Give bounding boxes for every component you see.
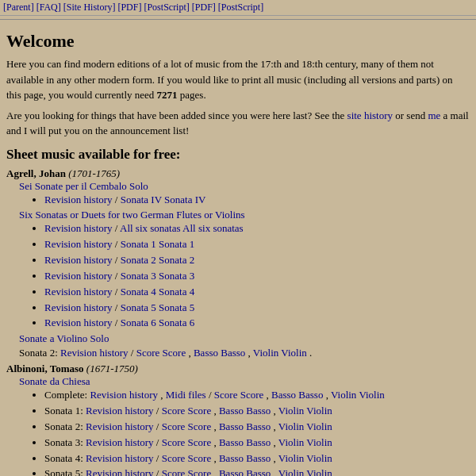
score-link2[interactable]: Score — [163, 347, 186, 359]
agrell-sei-sonate-link[interactable]: Sei Sonate per il Cembalo Solo — [19, 180, 148, 192]
violin-link1[interactable]: Violin — [253, 347, 278, 359]
revision-history-link[interactable]: Revision history — [44, 238, 113, 250]
sonata5-link1[interactable]: Sonata 5 — [121, 301, 156, 313]
midi-link[interactable]: Midi files — [166, 389, 206, 401]
violin-link1[interactable]: Violin — [331, 389, 356, 401]
main-content: Welcome Here you can find modern edition… — [0, 23, 476, 476]
agrell-work-2: Six Sonatas or Duets for two German Flut… — [19, 209, 470, 331]
list-item: Sonata 1: Revision history / Score Score… — [44, 404, 470, 419]
sonata6-link1[interactable]: Sonata 6 — [121, 317, 156, 328]
sonata2-link2[interactable]: Sonata 2 — [159, 254, 194, 266]
sonata4-link1[interactable]: Sonata 4 — [121, 286, 156, 298]
revision-history-link[interactable]: Revision history — [60, 347, 129, 359]
basso-link1[interactable]: Basso — [271, 389, 296, 401]
albinoni-sonate-chiesa-list: Complete: Revision history , Midi files … — [44, 388, 470, 476]
revision-history-link[interactable]: Revision history — [44, 317, 113, 328]
score-link1[interactable]: Score — [214, 389, 238, 401]
revision-history-link[interactable]: Revision history — [44, 301, 113, 313]
nav-faq[interactable]: [FAQ] — [36, 2, 61, 13]
nav-postscript1[interactable]: [PostScript] — [144, 2, 189, 13]
revision-history-link[interactable]: Revision history — [86, 436, 154, 448]
score-link2[interactable]: Score — [188, 452, 212, 464]
site-history-link[interactable]: site history — [347, 109, 393, 121]
basso-link2[interactable]: Basso — [246, 420, 271, 432]
agrell-six-sonatas-link[interactable]: Six Sonatas or Duets for two German Flut… — [19, 209, 245, 221]
sonata-iv-link2[interactable]: Sonata IV — [164, 194, 205, 205]
revision-history-link[interactable]: Revision history — [86, 420, 154, 432]
sonata3-link2[interactable]: Sonata 3 — [159, 270, 194, 282]
nav-pdf2[interactable]: [PDF] — [192, 2, 216, 13]
sonata1-link2[interactable]: Sonata 1 — [159, 238, 194, 250]
violin-link2[interactable]: Violin — [359, 389, 384, 401]
violin-link2[interactable]: Violin — [306, 420, 332, 432]
nav-site-history[interactable]: [Site History] — [63, 2, 116, 13]
score-link1[interactable]: Score — [162, 436, 186, 448]
violin-link2[interactable]: Violin — [306, 405, 332, 416]
score-link2[interactable]: Score — [188, 467, 212, 476]
score-link2[interactable]: Score — [188, 436, 212, 448]
revision-history-link[interactable]: Revision history — [44, 286, 113, 298]
basso-link2[interactable]: Basso — [298, 389, 323, 401]
sonata5-link2[interactable]: Sonata 5 — [159, 301, 194, 313]
revision-history-link[interactable]: Revision history — [44, 254, 113, 266]
violin-link1[interactable]: Violin — [278, 420, 304, 432]
nav-pdf1[interactable]: [PDF] — [117, 2, 141, 13]
violin-link1[interactable]: Violin — [278, 436, 304, 448]
me-link[interactable]: me — [428, 109, 440, 121]
top-navigation: [Parent] [FAQ] [Site History] [PDF] [Pos… — [0, 0, 476, 16]
sonata4-link2[interactable]: Sonata 4 — [159, 286, 194, 298]
revision-history-link[interactable]: Revision history — [86, 452, 154, 464]
basso-link2[interactable]: Basso — [246, 452, 271, 464]
score-link2[interactable]: Score — [240, 389, 264, 401]
intro-text-1: Here you can find modern editions of a l… — [6, 58, 452, 101]
sonata2-label: Sonata 2: — [19, 347, 60, 359]
composer-albinoni: Albinoni, Tomaso (1671-1750) Sonate da C… — [6, 363, 470, 476]
sonata2-link1[interactable]: Sonata 2 — [121, 254, 156, 266]
list-item: Revision history / Sonata 4 Sonata 4 — [44, 285, 470, 300]
revision-history-link[interactable]: Revision history — [44, 222, 113, 234]
basso-link2[interactable]: Basso — [246, 436, 271, 448]
albinoni-sonate-chiesa-link[interactable]: Sonate da Chiesa — [19, 375, 90, 387]
violin-link2[interactable]: Violin — [306, 436, 332, 448]
basso-link2[interactable]: Basso — [246, 467, 271, 476]
sonata-iv-link1[interactable]: Sonata IV — [121, 194, 162, 205]
revision-history-link[interactable]: Revision history — [86, 467, 154, 476]
all-six-link2[interactable]: All six sonatas — [182, 222, 244, 234]
nav-postscript2[interactable]: [PostScript] — [218, 2, 263, 13]
revision-history-link[interactable]: Revision history — [44, 270, 113, 282]
basso-link1[interactable]: Basso — [219, 467, 244, 476]
violin-link1[interactable]: Violin — [278, 405, 304, 416]
basso-link1[interactable]: Basso — [219, 420, 244, 432]
sonata1-link1[interactable]: Sonata 1 — [121, 238, 156, 250]
basso-link1[interactable]: Basso — [219, 436, 244, 448]
violin-link2[interactable]: Violin — [281, 347, 306, 359]
list-item: Revision history / Sonata 2 Sonata 2 — [44, 253, 470, 268]
list-item: Revision history / Sonata 5 Sonata 5 — [44, 301, 470, 316]
score-link1[interactable]: Score — [136, 347, 160, 359]
sonata3-link1[interactable]: Sonata 3 — [121, 270, 156, 282]
agrell-sonate-violino-link[interactable]: Sonate a Violino Solo — [19, 332, 109, 344]
revision-history-link[interactable]: Revision history — [90, 389, 158, 401]
nav-parent[interactable]: [Parent] — [3, 2, 34, 13]
list-item: Revision history / Sonata 3 Sonata 3 — [44, 269, 470, 284]
score-link1[interactable]: Score — [162, 467, 186, 476]
violin-link1[interactable]: Violin — [278, 452, 304, 464]
sonata6-link2[interactable]: Sonata 6 — [159, 317, 194, 328]
score-link2[interactable]: Score — [188, 405, 212, 416]
violin-link2[interactable]: Violin — [306, 467, 332, 476]
all-six-link1[interactable]: All six sonatas — [120, 222, 181, 234]
revision-history-link[interactable]: Revision history — [44, 194, 113, 205]
violin-link1[interactable]: Violin — [278, 467, 304, 476]
basso-link2[interactable]: Basso — [246, 405, 271, 416]
revision-history-link[interactable]: Revision history — [86, 405, 154, 416]
composer-agrell: Agrell, Johan (1701-1765) Sei Sonate per… — [6, 167, 470, 360]
basso-link2[interactable]: Basso — [221, 347, 245, 359]
basso-link1[interactable]: Basso — [219, 452, 244, 464]
score-link1[interactable]: Score — [162, 420, 186, 432]
score-link2[interactable]: Score — [188, 420, 212, 432]
score-link1[interactable]: Score — [162, 452, 186, 464]
basso-link1[interactable]: Basso — [194, 347, 218, 359]
violin-link2[interactable]: Violin — [306, 452, 332, 464]
score-link1[interactable]: Score — [162, 405, 186, 416]
basso-link1[interactable]: Basso — [219, 405, 244, 416]
